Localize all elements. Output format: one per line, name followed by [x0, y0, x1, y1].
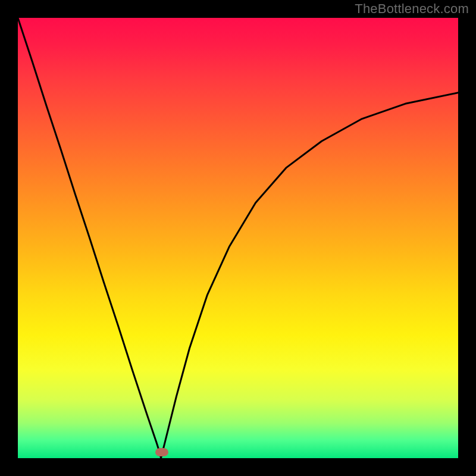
plot-area	[18, 18, 458, 458]
bottleneck-curve	[18, 18, 458, 458]
watermark-text: TheBottleneck.com	[355, 1, 469, 17]
chart-frame: TheBottleneck.com	[0, 0, 476, 476]
optimum-marker	[155, 448, 168, 456]
